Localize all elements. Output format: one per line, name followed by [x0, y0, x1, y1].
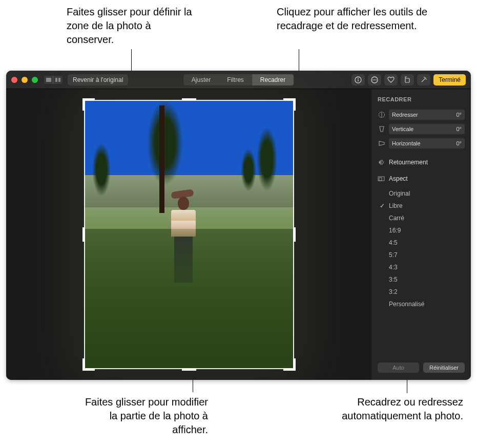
crop-handle-left[interactable] [82, 227, 85, 242]
rotate-button[interactable] [401, 74, 414, 86]
crop-frame[interactable] [84, 100, 294, 369]
title-bar: Revenir à l'original Ajuster Filtres Rec… [6, 71, 471, 89]
photos-edit-window: Revenir à l'original Ajuster Filtres Rec… [6, 71, 471, 380]
flip-section[interactable]: Retournement [378, 159, 465, 166]
close-window-button[interactable] [11, 77, 17, 83]
revert-button[interactable]: Revenir à l'original [68, 74, 128, 86]
crop-handle-top[interactable] [182, 98, 196, 101]
horizontal-slider[interactable]: Horizontale 0° [389, 138, 465, 148]
svg-point-4 [358, 78, 359, 79]
straighten-value: 0° [456, 112, 462, 118]
svg-point-7 [372, 79, 374, 80]
callout-bottom-left: Faites glisser pour modifier la partie d… [75, 395, 208, 437]
heart-icon [387, 76, 395, 83]
aspect-section[interactable]: Aspect [378, 175, 465, 182]
aspect-option[interactable]: Original [389, 187, 465, 200]
aspect-option[interactable]: 4:5 [389, 237, 465, 249]
tab-filters[interactable]: Filtres [219, 74, 252, 86]
svg-rect-0 [46, 78, 51, 82]
auto-crop-button[interactable]: Auto [378, 362, 419, 373]
vertical-label: Verticale [392, 126, 413, 132]
straighten-label: Redresser [392, 112, 418, 118]
vertical-perspective-icon [378, 125, 386, 133]
crop-sidebar: RECADRER Redresser 0° Verticale 0° [371, 89, 471, 380]
aspect-option[interactable]: Carré [389, 212, 465, 224]
tab-adjust[interactable]: Ajuster [183, 74, 219, 86]
crop-handle-right[interactable] [293, 227, 296, 242]
wand-icon [420, 76, 427, 83]
aspect-option[interactable]: Libre [389, 200, 465, 212]
crop-handle-bottom[interactable] [182, 368, 196, 371]
svg-rect-1 [55, 78, 57, 82]
svg-point-9 [376, 79, 377, 80]
fullscreen-window-button[interactable] [32, 77, 38, 83]
done-button[interactable]: Terminé [433, 74, 466, 86]
photo-content[interactable] [84, 100, 294, 369]
crop-handle-bottom-left[interactable] [82, 358, 95, 371]
rotate-icon [404, 76, 411, 83]
more-button[interactable] [368, 74, 381, 86]
vertical-value: 0° [456, 126, 462, 132]
single-view-icon[interactable] [44, 76, 53, 84]
straighten-icon [378, 111, 386, 119]
callout-top-right: Cliquez pour afficher les outils de reca… [277, 5, 430, 33]
crop-handle-top-left[interactable] [82, 98, 95, 111]
horizontal-perspective-icon [378, 139, 386, 147]
photo-viewport[interactable] [6, 89, 371, 380]
aspect-options-list: OriginalLibreCarré16:94:55:74:33:53:2Per… [389, 187, 465, 310]
aspect-option[interactable]: 16:9 [389, 224, 465, 237]
view-toggle[interactable] [44, 76, 63, 84]
flip-label: Retournement [389, 159, 428, 166]
edit-mode-tabs: Ajuster Filtres Recadrer [183, 74, 294, 86]
split-view-icon[interactable] [53, 76, 63, 84]
svg-rect-5 [358, 79, 359, 81]
crop-handle-bottom-right[interactable] [283, 358, 296, 371]
aspect-option[interactable]: 4:3 [389, 261, 465, 273]
aspect-label: Aspect [389, 175, 408, 182]
callout-top-left: Faites glisser pour définir la zone de l… [67, 5, 200, 47]
info-button[interactable] [351, 74, 365, 86]
svg-rect-10 [405, 78, 409, 82]
flip-icon [378, 159, 385, 166]
ellipsis-icon [371, 76, 378, 83]
svg-rect-2 [58, 78, 60, 82]
crop-handle-top-right[interactable] [283, 98, 296, 111]
horizontal-label: Horizontale [392, 140, 421, 146]
window-controls [11, 77, 38, 83]
aspect-option[interactable]: Personnalisé [389, 298, 465, 310]
aspect-option[interactable]: 3:5 [389, 273, 465, 286]
aspect-option[interactable]: 5:7 [389, 249, 465, 261]
vertical-slider[interactable]: Verticale 0° [389, 124, 465, 134]
info-icon [355, 76, 362, 83]
favorite-button[interactable] [384, 74, 398, 86]
aspect-icon [378, 175, 385, 182]
svg-point-8 [374, 79, 375, 80]
svg-rect-14 [379, 178, 382, 181]
straighten-slider[interactable]: Redresser 0° [389, 110, 465, 120]
callout-bottom-right: Recadrez ou redressez automatiquement la… [304, 395, 463, 423]
auto-enhance-button[interactable] [417, 74, 430, 86]
tab-crop[interactable]: Recadrer [252, 74, 294, 86]
sidebar-title: RECADRER [378, 96, 465, 102]
aspect-option[interactable]: 3:2 [389, 286, 465, 298]
horizontal-value: 0° [456, 140, 462, 146]
minimize-window-button[interactable] [22, 77, 28, 83]
reset-button[interactable]: Réinitialiser [423, 362, 465, 373]
